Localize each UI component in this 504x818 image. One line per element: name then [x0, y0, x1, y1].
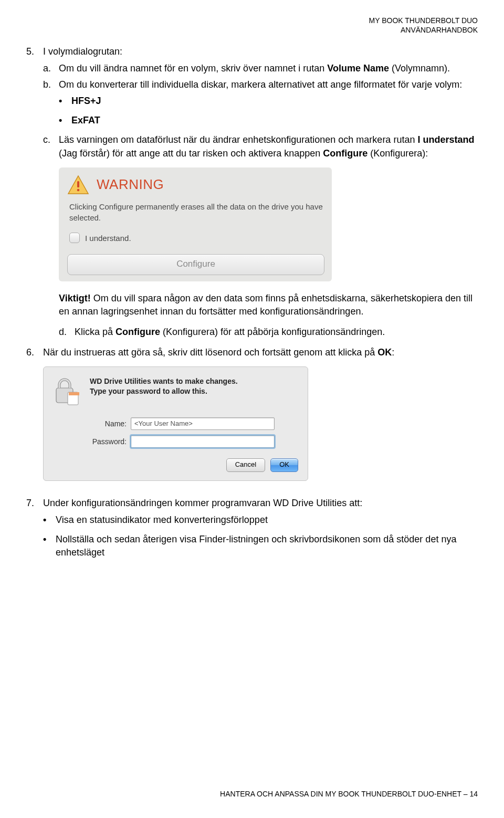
- bullet-hfs: • HFS+J: [59, 95, 478, 108]
- bullet-mark: •: [43, 513, 56, 527]
- step-text: Under konfigurationsändringen kommer pro…: [43, 497, 478, 510]
- configure-button[interactable]: Configure: [67, 254, 324, 275]
- step-5b: b. Om du konverterar till individuella d…: [43, 78, 478, 91]
- sub-body: Om du vill ändra namnet för en volym, sk…: [59, 62, 478, 75]
- step-text: När du instrueras att göra så, skriv dit…: [43, 346, 478, 359]
- bullet-reset: • Nollställa och sedan återigen visa Fin…: [43, 533, 478, 559]
- step-5: 5. I volymdialogrutan:: [26, 45, 478, 58]
- understand-checkbox[interactable]: [69, 233, 80, 243]
- step-5d: d. Klicka på Configure (Konfigurera) för…: [59, 326, 478, 339]
- sub-mark: b.: [43, 78, 59, 91]
- step-text: I volymdialogrutan:: [43, 45, 478, 58]
- important-note: Viktigt! Om du vill spara någon av den d…: [59, 292, 478, 318]
- password-dialog: WD Drive Utilities wants to make changes…: [43, 366, 308, 481]
- warning-text: Clicking Configure permanently erases al…: [69, 201, 323, 223]
- sub-body: Om du konverterar till individuella disk…: [59, 78, 478, 91]
- bullet-text: HFS+J: [71, 95, 101, 108]
- password-dialog-heading: WD Drive Utilities wants to make changes…: [90, 376, 238, 406]
- password-field[interactable]: [131, 435, 275, 448]
- step-number: 7.: [26, 497, 43, 510]
- page-footer: HANTERA OCH ANPASSA DIN MY BOOK THUNDERB…: [220, 790, 478, 798]
- bullet-status: • Visa en statusindikator med konverteri…: [43, 513, 478, 527]
- warning-title: WARNING: [97, 175, 164, 194]
- bullet-mark: •: [59, 114, 71, 127]
- name-label: Name:: [79, 419, 131, 429]
- svg-rect-1: [77, 181, 79, 187]
- understand-label: I understand.: [85, 233, 131, 244]
- sub-mark: c.: [43, 133, 59, 160]
- ok-button[interactable]: OK: [270, 458, 298, 472]
- header-line2: ANVÄNDARHANDBOK: [26, 25, 478, 35]
- warning-icon: [67, 175, 89, 195]
- sub-body: Läs varningen om dataförlust när du ändr…: [59, 133, 478, 160]
- header-line1: MY BOOK THUNDERBOLT DUO: [26, 16, 478, 25]
- step-6: 6. När du instrueras att göra så, skriv …: [26, 346, 478, 359]
- sub-mark: d.: [59, 326, 75, 339]
- bullet-mark: •: [43, 533, 56, 559]
- sub-body: Klicka på Configure (Konfigurera) för at…: [75, 326, 385, 339]
- bullet-text: Visa en statusindikator med konvertering…: [56, 513, 268, 527]
- page-header: MY BOOK THUNDERBOLT DUO ANVÄNDARHANDBOK: [26, 16, 478, 35]
- svg-point-2: [77, 188, 80, 191]
- bullet-text: Nollställa och sedan återigen visa Finde…: [56, 533, 478, 559]
- bullet-exfat: • ExFAT: [59, 114, 478, 127]
- lock-icon: [53, 376, 82, 406]
- step-7: 7. Under konfigurationsändringen kommer …: [26, 497, 478, 510]
- cancel-button[interactable]: Cancel: [226, 458, 265, 472]
- step-number: 6.: [26, 346, 43, 359]
- step-number: 5.: [26, 45, 43, 58]
- step-5c: c. Läs varningen om dataförlust när du ä…: [43, 133, 478, 160]
- sub-mark: a.: [43, 62, 59, 75]
- warning-dialog: WARNING Clicking Configure permanently e…: [59, 167, 332, 281]
- bullet-text: ExFAT: [71, 114, 100, 127]
- step-5a: a. Om du vill ändra namnet för en volym,…: [43, 62, 478, 75]
- bullet-mark: •: [59, 95, 71, 108]
- name-field[interactable]: <Your User Name>: [131, 417, 275, 430]
- password-label: Password:: [79, 437, 131, 447]
